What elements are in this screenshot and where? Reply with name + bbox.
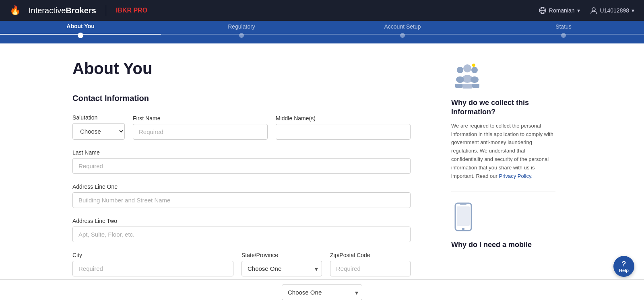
- address-line-two-group: Address Line Two: [72, 218, 411, 242]
- bottom-state-select[interactable]: Choose One: [282, 284, 362, 300]
- salutation-select[interactable]: Choose Mr. Mrs. Ms. Dr. Prof.: [72, 123, 125, 140]
- sidebar-mobile-heading: Why do I need a mobile: [451, 240, 532, 249]
- sidebar-why-text: We are required to collect the personal …: [451, 122, 555, 181]
- middle-name-label: Middle Name(s): [276, 115, 411, 122]
- salutation-group: Salutation Choose Mr. Mrs. Ms. Dr. Prof.: [72, 114, 125, 140]
- address-line-one-group: Address Line One: [72, 183, 411, 208]
- step-dot-status: [561, 33, 566, 38]
- ibkr-pro-label: IBKR PRO: [116, 7, 147, 14]
- svg-rect-15: [457, 206, 470, 226]
- state-select-wrapper: Choose One ▾: [242, 261, 322, 276]
- phone-illustration: [451, 202, 475, 234]
- svg-point-3: [592, 8, 595, 11]
- svg-point-9: [471, 76, 479, 83]
- help-label: Help: [619, 268, 629, 273]
- last-name-group: Last Name: [72, 149, 411, 174]
- privacy-policy-link[interactable]: Privacy Policy.: [499, 173, 533, 179]
- address-line-two-input[interactable]: [72, 227, 411, 242]
- step-dot-regulatory: [239, 33, 244, 38]
- svg-point-4: [463, 64, 471, 72]
- city-input[interactable]: [72, 261, 233, 276]
- svg-rect-10: [462, 84, 472, 89]
- first-name-input[interactable]: [133, 124, 268, 140]
- step-dot-about-you: [78, 33, 83, 38]
- step-status[interactable]: Status: [483, 23, 644, 41]
- svg-rect-12: [472, 84, 479, 88]
- state-select[interactable]: Choose One: [242, 261, 322, 276]
- user-menu[interactable]: U14012898 ▾: [590, 6, 634, 14]
- page-title: About You: [72, 60, 411, 78]
- svg-rect-17: [460, 204, 466, 205]
- middle-name-group: Middle Name(s): [276, 115, 411, 140]
- svg-point-7: [456, 76, 464, 83]
- middle-name-input[interactable]: [276, 124, 411, 140]
- address-line-one-input[interactable]: [72, 192, 411, 208]
- bottom-state-group: Choose One ▾: [282, 284, 362, 300]
- step-about-you[interactable]: About You: [0, 23, 161, 41]
- svg-point-6: [457, 67, 463, 73]
- step-account-setup[interactable]: Account Setup: [322, 23, 483, 41]
- help-question-icon: ?: [622, 260, 626, 268]
- address-line-one-row: Address Line One: [72, 183, 411, 208]
- address-line-one-label: Address Line One: [72, 183, 411, 190]
- language-selector[interactable]: Romanian ▾: [539, 6, 580, 14]
- form-area: About You Contact Information Salutation…: [0, 43, 435, 305]
- header-logo-area: 🔥 InteractiveBrokers IBKR PRO: [10, 5, 147, 16]
- city-group: City: [72, 252, 233, 276]
- last-name-input[interactable]: [72, 158, 411, 174]
- svg-point-16: [462, 228, 464, 230]
- state-group: State/Province Choose One ▾: [242, 252, 322, 276]
- state-label: State/Province: [242, 252, 322, 258]
- section-title: Contact Information: [72, 94, 411, 103]
- last-name-row: Last Name: [72, 149, 411, 174]
- zip-label: Zip/Postal Code: [330, 252, 411, 258]
- sidebar-why-heading: Why do we collect this information?: [451, 98, 555, 117]
- sidebar: Why do we collect this information? We a…: [435, 43, 572, 305]
- people-illustration: [451, 60, 483, 92]
- sidebar-people-block: Why do we collect this information? We a…: [451, 60, 555, 180]
- sidebar-phone-block: Why do I need a mobile: [451, 202, 555, 254]
- address-line-two-row: Address Line Two: [72, 218, 411, 242]
- zip-input[interactable]: [330, 261, 411, 276]
- header-divider: [106, 5, 106, 16]
- name-row-1: Salutation Choose Mr. Mrs. Ms. Dr. Prof.…: [72, 114, 411, 140]
- step-dot-account-setup: [400, 33, 405, 38]
- zip-group: Zip/Postal Code: [330, 252, 411, 276]
- help-fab[interactable]: ? Help: [613, 256, 634, 277]
- bottom-state-select-wrapper: Choose One ▾: [282, 284, 362, 300]
- svg-rect-11: [455, 84, 462, 88]
- first-name-group: First Name: [133, 115, 268, 140]
- salutation-label: Salutation: [72, 114, 125, 121]
- city-label: City: [72, 252, 233, 258]
- globe-icon: [539, 6, 547, 14]
- city-state-zip-row: City State/Province Choose One ▾ Zip/Pos…: [72, 252, 411, 276]
- user-icon: [590, 6, 598, 14]
- step-regulatory[interactable]: Regulatory: [161, 23, 322, 41]
- progress-nav: About You Regulatory Account Setup Statu…: [0, 21, 644, 43]
- header-actions: Romanian ▾ U14012898 ▾: [539, 6, 634, 14]
- first-name-label: First Name: [133, 115, 268, 122]
- last-name-label: Last Name: [72, 149, 411, 156]
- bottom-bar: Choose One ▾: [0, 279, 644, 305]
- main-container: About You Contact Information Salutation…: [0, 43, 644, 305]
- app-header: 🔥 InteractiveBrokers IBKR PRO Romanian ▾…: [0, 0, 644, 21]
- flame-icon: 🔥: [10, 5, 21, 16]
- svg-point-13: [472, 64, 475, 67]
- progress-nav-inner: About You Regulatory Account Setup Statu…: [0, 21, 644, 43]
- logo-text: InteractiveBrokers: [29, 6, 96, 15]
- svg-point-8: [471, 67, 478, 73]
- sidebar-divider: [451, 192, 555, 192]
- address-line-two-label: Address Line Two: [72, 218, 411, 224]
